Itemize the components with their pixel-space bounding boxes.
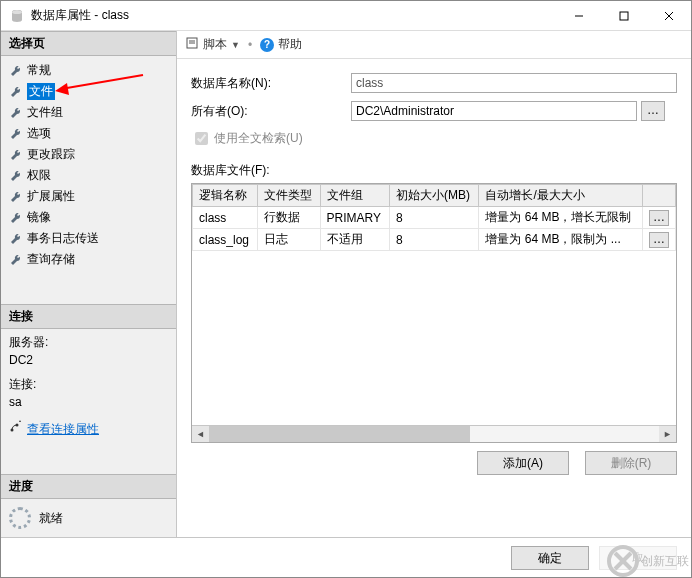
svg-point-1 bbox=[12, 10, 22, 14]
sidebar-item-label: 更改跟踪 bbox=[27, 146, 75, 163]
wrench-icon bbox=[9, 127, 23, 141]
help-icon: ? bbox=[260, 38, 274, 52]
wrench-icon bbox=[9, 211, 23, 225]
wrench-icon bbox=[9, 253, 23, 267]
db-files-label: 数据库文件(F): bbox=[191, 162, 677, 179]
view-connection-properties-link[interactable]: 查看连接属性 bbox=[27, 420, 99, 438]
row-ellipsis-button[interactable]: … bbox=[649, 232, 669, 248]
connection-label: 连接: bbox=[9, 375, 168, 393]
sidebar-item-9[interactable]: 查询存储 bbox=[5, 249, 172, 270]
sidebar-item-label: 常规 bbox=[27, 62, 51, 79]
scroll-left-icon[interactable]: ◄ bbox=[192, 426, 209, 443]
sidebar-item-label: 事务日志传送 bbox=[27, 230, 99, 247]
titlebar: 数据库属性 - class bbox=[1, 1, 691, 31]
sidebar-item-7[interactable]: 镜像 bbox=[5, 207, 172, 228]
script-dropdown[interactable]: 脚本 ▼ bbox=[185, 36, 240, 53]
sidebar-item-2[interactable]: 文件组 bbox=[5, 102, 172, 123]
fulltext-checkbox bbox=[195, 132, 208, 145]
section-select-pages: 选择页 bbox=[1, 31, 176, 56]
sidebar-item-label: 选项 bbox=[27, 125, 51, 142]
col-header-4[interactable]: 自动增长/最大大小 bbox=[479, 185, 643, 207]
cell-name: class bbox=[193, 207, 258, 229]
cell-size: 8 bbox=[389, 207, 478, 229]
main-panel: 脚本 ▼ • ? 帮助 数据库名称(N): 所有者(O): … bbox=[177, 31, 691, 537]
table-row[interactable]: class_log日志不适用8增量为 64 MB，限制为 ...… bbox=[193, 229, 676, 251]
row-ellipsis-button[interactable]: … bbox=[649, 210, 669, 226]
wrench-icon bbox=[9, 106, 23, 120]
svg-point-6 bbox=[11, 429, 14, 432]
sidebar-item-label: 镜像 bbox=[27, 209, 51, 226]
cell-growth: 增量为 64 MB，限制为 ... bbox=[479, 229, 643, 251]
add-button[interactable]: 添加(A) bbox=[477, 451, 569, 475]
sidebar-item-5[interactable]: 权限 bbox=[5, 165, 172, 186]
watermark-logo: 创新互联 bbox=[605, 541, 691, 578]
db-files-grid[interactable]: 逻辑名称文件类型文件组初始大小(MB)自动增长/最大大小 class行数据PRI… bbox=[191, 183, 677, 443]
help-button[interactable]: ? 帮助 bbox=[260, 36, 302, 53]
db-name-input bbox=[351, 73, 677, 93]
remove-button: 删除(R) bbox=[585, 451, 677, 475]
wrench-icon bbox=[9, 85, 23, 99]
cell-fgroup: PRIMARY bbox=[320, 207, 389, 229]
svg-text:创新互联: 创新互联 bbox=[641, 554, 689, 568]
scroll-right-icon[interactable]: ► bbox=[659, 426, 676, 443]
db-name-label: 数据库名称(N): bbox=[191, 75, 351, 92]
cell-name: class_log bbox=[193, 229, 258, 251]
svg-point-7 bbox=[16, 424, 19, 427]
sidebar-item-label: 权限 bbox=[27, 167, 51, 184]
dialog-footer: 确定 取 bbox=[1, 537, 691, 577]
owner-label: 所有者(O): bbox=[191, 103, 351, 120]
col-header-0[interactable]: 逻辑名称 bbox=[193, 185, 258, 207]
minimize-button[interactable] bbox=[556, 1, 601, 31]
table-row[interactable]: class行数据PRIMARY8增量为 64 MB，增长无限制… bbox=[193, 207, 676, 229]
section-connection: 连接 bbox=[1, 304, 176, 329]
sidebar-item-1[interactable]: 文件 bbox=[5, 81, 172, 102]
sidebar-item-4[interactable]: 更改跟踪 bbox=[5, 144, 172, 165]
col-header-1[interactable]: 文件类型 bbox=[257, 185, 320, 207]
cell-fgroup: 不适用 bbox=[320, 229, 389, 251]
server-label: 服务器: bbox=[9, 333, 168, 351]
sidebar: 选择页 常规文件文件组选项更改跟踪权限扩展属性镜像事务日志传送查询存储 连接 服… bbox=[1, 31, 177, 537]
owner-input[interactable] bbox=[351, 101, 637, 121]
close-button[interactable] bbox=[646, 1, 691, 31]
section-progress: 进度 bbox=[1, 474, 176, 499]
script-label: 脚本 bbox=[203, 36, 227, 53]
toolbar-separator: • bbox=[248, 38, 252, 52]
cell-growth: 增量为 64 MB，增长无限制 bbox=[479, 207, 643, 229]
maximize-button[interactable] bbox=[601, 1, 646, 31]
col-header-2[interactable]: 文件组 bbox=[320, 185, 389, 207]
sidebar-item-label: 查询存储 bbox=[27, 251, 75, 268]
grid-horizontal-scrollbar[interactable]: ◄ ► bbox=[192, 425, 676, 442]
sidebar-item-label: 文件 bbox=[27, 83, 55, 100]
toolbar: 脚本 ▼ • ? 帮助 bbox=[177, 31, 691, 59]
col-header-action bbox=[643, 185, 676, 207]
col-header-3[interactable]: 初始大小(MB) bbox=[389, 185, 478, 207]
script-icon bbox=[185, 36, 199, 53]
chevron-down-icon: ▼ bbox=[231, 40, 240, 50]
svg-rect-3 bbox=[620, 12, 628, 20]
cell-ftype: 日志 bbox=[257, 229, 320, 251]
wrench-icon bbox=[9, 148, 23, 162]
wrench-icon bbox=[9, 64, 23, 78]
database-icon bbox=[9, 8, 25, 24]
sidebar-item-0[interactable]: 常规 bbox=[5, 60, 172, 81]
help-label: 帮助 bbox=[278, 36, 302, 53]
sidebar-item-8[interactable]: 事务日志传送 bbox=[5, 228, 172, 249]
server-value: DC2 bbox=[9, 351, 168, 369]
owner-browse-button[interactable]: … bbox=[641, 101, 665, 121]
cell-size: 8 bbox=[389, 229, 478, 251]
window-title: 数据库属性 - class bbox=[31, 7, 556, 24]
progress-spinner-icon bbox=[9, 507, 31, 529]
ok-button[interactable]: 确定 bbox=[511, 546, 589, 570]
wrench-icon bbox=[9, 190, 23, 204]
sidebar-item-3[interactable]: 选项 bbox=[5, 123, 172, 144]
fulltext-label: 使用全文检索(U) bbox=[214, 130, 303, 147]
connection-value: sa bbox=[9, 393, 168, 411]
connection-properties-icon bbox=[9, 419, 23, 438]
progress-text: 就绪 bbox=[39, 510, 63, 527]
wrench-icon bbox=[9, 232, 23, 246]
sidebar-item-label: 扩展属性 bbox=[27, 188, 75, 205]
sidebar-item-6[interactable]: 扩展属性 bbox=[5, 186, 172, 207]
cell-ftype: 行数据 bbox=[257, 207, 320, 229]
sidebar-item-label: 文件组 bbox=[27, 104, 63, 121]
wrench-icon bbox=[9, 169, 23, 183]
